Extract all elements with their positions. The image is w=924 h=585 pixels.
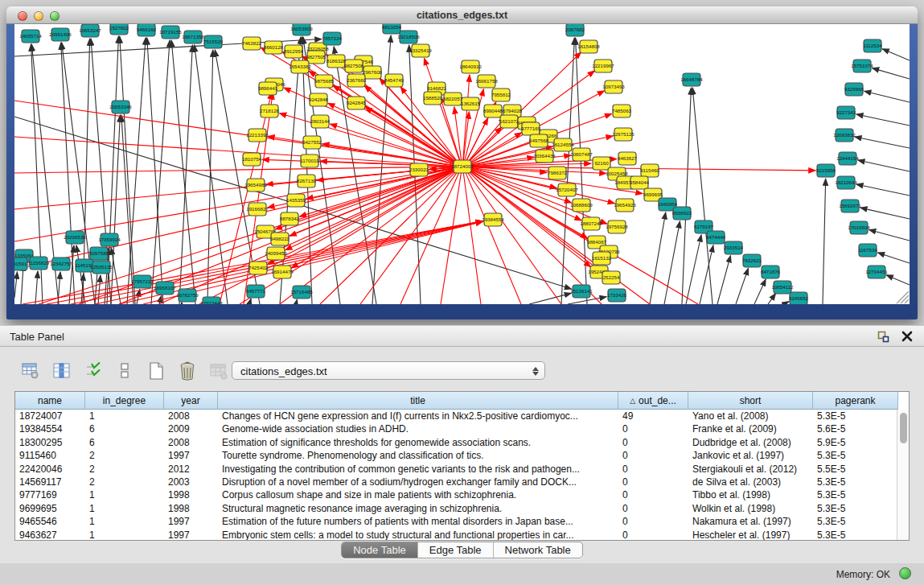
citation-edge[interactable] [869, 229, 910, 241]
graph-node[interactable]: 1362615 [461, 97, 481, 110]
graph-node[interactable]: 19384554 [482, 213, 504, 226]
table-cell[interactable]: 5.3E-5 [813, 529, 898, 541]
select-rows-icon[interactable] [82, 360, 105, 382]
column-header-short[interactable]: short [688, 392, 813, 410]
table-cell[interactable]: 5.5E-5 [813, 463, 898, 476]
graph-node[interactable]: 19654985 [244, 179, 267, 192]
graph-node[interactable]: 12444154 [836, 152, 859, 165]
graph-node[interactable]: 12923448 [200, 297, 223, 304]
graph-node[interactable]: 19654923 [614, 199, 636, 212]
citation-edge[interactable] [195, 45, 228, 304]
citation-edge[interactable] [864, 91, 910, 102]
table-cell[interactable]: Tibbo et al. (1998) [688, 488, 813, 501]
graph-node[interactable]: 15692971 [839, 200, 861, 212]
citation-edge[interactable] [470, 170, 698, 304]
table-cell[interactable]: Investigating the contribution of common… [218, 463, 618, 476]
graph-node[interactable]: 17016504 [848, 221, 870, 234]
graph-node[interactable]: 6497568 [529, 134, 549, 147]
graph-node[interactable]: 10719155 [159, 26, 182, 39]
citation-network-graph[interactable]: 1872400722420046989644198756859242848271… [14, 24, 910, 304]
graph-node[interactable]: 7955812 [491, 89, 511, 101]
citation-edge[interactable] [823, 179, 826, 304]
graph-node[interactable]: 15751074 [851, 60, 873, 72]
table-cell[interactable]: 0 [618, 449, 688, 462]
table-row[interactable]: 1938455462009Genome-wide association stu… [15, 422, 909, 435]
graph-node[interactable]: 15716485 [290, 286, 313, 299]
table-cell[interactable]: 1997 [164, 529, 218, 541]
window-titlebar[interactable]: citations_edges.txt [6, 6, 918, 24]
table-cell[interactable]: 1 [85, 488, 164, 501]
graph-node[interactable]: 16543382 [289, 60, 311, 73]
graph-node[interactable]: 10654112 [771, 281, 794, 294]
table-cell[interactable]: 2008 [164, 436, 218, 449]
table-cell[interactable]: 1 [85, 529, 164, 541]
citation-edge[interactable] [296, 299, 298, 304]
graph-node[interactable]: 2803144 [310, 115, 331, 128]
table-cell[interactable]: 5.9E-5 [813, 436, 898, 449]
graph-node[interactable]: 9463627 [618, 152, 638, 165]
graph-node[interactable]: 14055714 [19, 30, 42, 43]
graph-node[interactable]: 1527602 [109, 24, 129, 35]
table-row[interactable]: 1830029562008Estimation of significance … [15, 436, 909, 449]
graph-node[interactable]: 9115460 [640, 164, 659, 177]
graph-node[interactable]: 15136141 [570, 285, 593, 298]
table-cell[interactable]: Changes of HCN gene expression and I(f) … [218, 410, 618, 422]
table-cell[interactable]: 1 [85, 410, 164, 422]
table-cell[interactable]: Estimation of the future numbers of pati… [218, 515, 618, 528]
table-cell[interactable]: 2008 [164, 410, 218, 422]
table-cell[interactable]: 5.3E-5 [813, 515, 898, 528]
table-cell[interactable]: 5.3E-5 [813, 449, 898, 462]
table-cell[interactable]: 1998 [164, 488, 218, 501]
graph-node[interactable]: 2367660 [347, 74, 367, 87]
graph-node[interactable]: 16958107 [154, 282, 176, 295]
graph-node[interactable]: 1615132 [592, 252, 612, 265]
column-visibility-icon[interactable] [51, 360, 73, 382]
graph-node[interactable]: 16053809 [290, 24, 313, 35]
graph-node[interactable]: 12342757 [50, 257, 72, 270]
table-cell[interactable]: 0 [618, 436, 688, 449]
graph-node[interactable]: 14099459 [265, 247, 287, 260]
citation-edge[interactable] [35, 271, 38, 304]
column-header-out_de[interactable]: △out_de... [618, 392, 688, 410]
table-row[interactable]: 977716911998Corpus callosum shape and si… [15, 488, 909, 501]
graph-node[interactable]: 10973493 [602, 80, 625, 93]
table-cell[interactable]: 5.3E-5 [813, 502, 898, 515]
citation-edge[interactable] [877, 253, 910, 263]
graph-node[interactable]: 10653247 [79, 24, 101, 37]
table-cell[interactable]: 22420046 [15, 463, 85, 476]
graph-node[interactable]: 9777169 [521, 122, 541, 135]
citation-edge[interactable] [700, 245, 713, 304]
citation-edge[interactable] [856, 184, 910, 196]
new-column-icon[interactable] [145, 360, 167, 382]
table-row[interactable]: 969969511998Structural magnetic resonanc… [15, 502, 909, 515]
table-cell[interactable]: 2003 [164, 476, 218, 488]
table-cell[interactable]: 0 [618, 515, 688, 528]
graph-node[interactable]: 16782759 [176, 289, 199, 302]
table-cell[interactable]: de Silva et al. (2003) [688, 476, 813, 488]
graph-node[interactable]: 391591 [14, 257, 27, 270]
citation-edge[interactable] [784, 302, 789, 304]
citation-edge[interactable] [682, 88, 691, 304]
graph-node[interactable]: 12219967 [592, 60, 614, 72]
table-cell[interactable]: 0 [618, 529, 688, 541]
graph-node[interactable]: 9329966 [844, 83, 864, 96]
table-cell[interactable]: 9463627 [15, 529, 85, 541]
graph-node[interactable]: 18640910 [459, 60, 482, 73]
citation-edge[interactable] [736, 268, 748, 304]
graph-node[interactable]: 8990448 [483, 105, 503, 117]
table-cell[interactable]: 6 [85, 436, 164, 449]
table-cell[interactable]: 19384554 [15, 422, 85, 435]
table-cell[interactable]: Tourette syndrome. Phenomenology and cla… [218, 449, 618, 462]
table-row[interactable]: 1872400712008Changes of HCN gene express… [15, 410, 909, 422]
table-cell[interactable]: Nakamura et al. (1997) [688, 515, 813, 528]
table-row[interactable]: 1456911722003Disruption of a novel membe… [15, 476, 909, 488]
table-cell[interactable]: 9115460 [15, 449, 85, 462]
graph-node[interactable]: 2330021 [409, 163, 429, 176]
table-cell[interactable]: 18300295 [15, 436, 85, 449]
graph-node[interactable]: 12093832 [833, 129, 856, 142]
table-cell[interactable]: Estimation of significance thresholds fo… [218, 436, 618, 449]
graph-node[interactable]: 1170019 [300, 154, 319, 167]
graph-node[interactable]: 9827508 [344, 60, 364, 72]
table-cell[interactable]: 2 [85, 449, 164, 462]
graph-node[interactable]: 1588520 [423, 92, 443, 105]
